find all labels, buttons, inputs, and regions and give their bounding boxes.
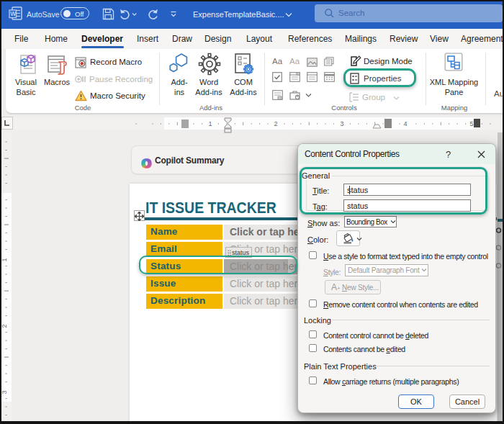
svg-text:1: 1 [208,120,212,127]
svg-text:W: W [10,10,17,17]
svg-text:2: 2 [274,120,277,127]
svg-text:3: 3 [1,390,8,394]
svg-text:5: 5 [469,120,473,127]
svg-text:1: 1 [1,258,8,261]
svg-text:4: 4 [403,120,407,127]
svg-text:2: 2 [1,324,8,328]
svg-text:3: 3 [340,120,343,127]
